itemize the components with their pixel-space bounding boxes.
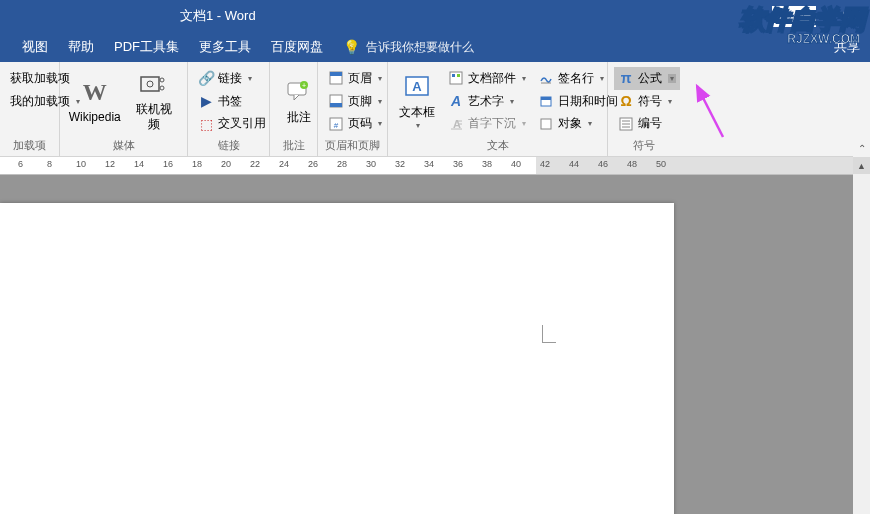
group-links: 🔗 链接▾ ▶ 书签 ⬚ 交叉引用 链接 xyxy=(188,62,270,156)
wikipedia-button[interactable]: W Wikipedia xyxy=(64,65,125,137)
datetime-icon xyxy=(538,93,554,109)
group-label-addins: 加载项 xyxy=(0,138,59,153)
ruler-tick: 10 xyxy=(76,159,86,169)
wordart-button[interactable]: A 艺术字▾ xyxy=(444,90,530,113)
page[interactable] xyxy=(0,203,674,514)
tab-help[interactable]: 帮助 xyxy=(58,32,104,62)
header-button[interactable]: 页眉▾ xyxy=(324,67,386,90)
tell-me-search[interactable]: 💡 告诉我你想要做什么 xyxy=(333,39,484,56)
ruler-tick: 14 xyxy=(134,159,144,169)
dropcap-icon: A xyxy=(448,116,464,132)
collapse-ribbon-button[interactable]: ⌃ xyxy=(853,140,870,157)
ruler-tick: 40 xyxy=(511,159,521,169)
symbol-button[interactable]: Ω 符号▾ xyxy=(614,90,680,113)
wordart-icon: A xyxy=(448,93,464,109)
lightbulb-icon: 💡 xyxy=(343,39,360,55)
parts-icon xyxy=(448,70,464,86)
group-media: W Wikipedia 联机视频 媒体 xyxy=(60,62,188,156)
dropdown-icon: ▾ xyxy=(378,97,382,106)
ribbon: 获取加载项 我的加载项▾ 加载项 W Wikipedia 联机视频 媒体 xyxy=(0,62,870,157)
group-text: A 文本框 ▾ 文档部件▾ A 艺术字▾ A xyxy=(388,62,608,156)
equation-button[interactable]: π 公式▾ xyxy=(614,67,680,90)
svg-rect-8 xyxy=(330,72,342,76)
ribbon-tabs: 视图 帮助 PDF工具集 更多工具 百度网盘 💡 告诉我你想要做什么 共享 xyxy=(0,32,870,62)
tab-more[interactable]: 更多工具 xyxy=(189,32,261,62)
dropdown-icon: ▾ xyxy=(600,74,604,83)
dropdown-icon: ▾ xyxy=(378,74,382,83)
dropdown-icon: ▾ xyxy=(668,74,676,83)
dropdown-icon: ▾ xyxy=(668,97,672,106)
signature-icon xyxy=(538,70,554,86)
hyperlink-button[interactable]: 🔗 链接▾ xyxy=(194,67,270,90)
svg-point-2 xyxy=(160,78,164,82)
svg-rect-24 xyxy=(541,97,551,100)
ruler-tick: 38 xyxy=(482,159,492,169)
link-icon: 🔗 xyxy=(198,70,214,86)
dropdown-icon: ▾ xyxy=(416,121,420,131)
ruler-tick: 24 xyxy=(279,159,289,169)
wikipedia-icon: W xyxy=(79,76,111,108)
svg-rect-17 xyxy=(457,74,460,77)
svg-rect-16 xyxy=(452,74,455,77)
group-label-media: 媒体 xyxy=(60,138,187,153)
ruler-tick: 16 xyxy=(163,159,173,169)
group-label-text: 文本 xyxy=(388,138,607,153)
pagenum-icon: # xyxy=(328,116,344,132)
ruler-tick: 12 xyxy=(105,159,115,169)
tab-baidu[interactable]: 百度网盘 xyxy=(261,32,333,62)
quickparts-button[interactable]: 文档部件▾ xyxy=(444,67,530,90)
bookmark-icon: ▶ xyxy=(198,93,214,109)
svg-text:#: # xyxy=(334,121,339,130)
tab-pdf[interactable]: PDF工具集 xyxy=(104,32,189,62)
svg-text:+: + xyxy=(302,82,306,89)
ruler-tick: 6 xyxy=(18,159,23,169)
ruler[interactable]: 6810121416182022242628303234363840424446… xyxy=(0,157,870,175)
group-comments: + 批注 批注 xyxy=(270,62,318,156)
svg-point-3 xyxy=(160,86,164,90)
dropcap-button[interactable]: A 首字下沉▾ xyxy=(444,112,530,135)
pi-icon: π xyxy=(618,70,634,86)
login-button[interactable]: 登录 xyxy=(772,6,816,27)
ruler-tick: 26 xyxy=(308,159,318,169)
ruler-tick: 44 xyxy=(569,159,579,169)
online-video-button[interactable]: 联机视频 xyxy=(125,65,183,137)
tab-view[interactable]: 视图 xyxy=(12,32,58,62)
ruler-tick: 18 xyxy=(192,159,202,169)
dropdown-icon: ▾ xyxy=(522,119,526,128)
comment-icon: + xyxy=(283,76,315,108)
number-button[interactable]: 编号 xyxy=(614,112,680,135)
svg-rect-25 xyxy=(541,119,551,129)
dropdown-icon: ▾ xyxy=(248,74,252,83)
ruler-tick: 20 xyxy=(221,159,231,169)
pagenum-button[interactable]: # 页码▾ xyxy=(324,112,386,135)
group-symbols: π 公式▾ Ω 符号▾ 编号 符号 xyxy=(608,62,680,156)
group-label-comments: 批注 xyxy=(270,138,317,153)
footer-button[interactable]: 页脚▾ xyxy=(324,90,386,113)
page-corner-mark xyxy=(542,325,556,343)
ruler-tick: 50 xyxy=(656,159,666,169)
ruler-right-margin xyxy=(536,157,870,175)
comment-button[interactable]: + 批注 xyxy=(274,65,324,137)
ruler-tick: 48 xyxy=(627,159,637,169)
omega-icon: Ω xyxy=(618,93,634,109)
ruler-tick: 28 xyxy=(337,159,347,169)
object-icon xyxy=(538,116,554,132)
scroll-up-button[interactable]: ▲ xyxy=(853,157,870,174)
bookmark-button[interactable]: ▶ 书签 xyxy=(194,90,270,113)
ruler-tick: 36 xyxy=(453,159,463,169)
textbox-button[interactable]: A 文本框 ▾ xyxy=(392,65,442,137)
ruler-tick: 46 xyxy=(598,159,608,169)
header-icon xyxy=(328,70,344,86)
document-area xyxy=(0,175,870,514)
share-button[interactable]: 共享 xyxy=(834,38,860,56)
dropdown-icon: ▾ xyxy=(378,119,382,128)
vertical-scrollbar[interactable]: ▲ xyxy=(853,157,870,514)
dropdown-icon: ▾ xyxy=(522,74,526,83)
group-label-headerfooter: 页眉和页脚 xyxy=(318,138,387,153)
video-icon xyxy=(138,69,170,100)
close-button[interactable]: ✕ xyxy=(824,0,870,32)
document-title: 文档1 - Word xyxy=(180,7,256,25)
number-icon xyxy=(618,116,634,132)
svg-rect-10 xyxy=(330,103,342,107)
crossref-button[interactable]: ⬚ 交叉引用 xyxy=(194,112,270,135)
